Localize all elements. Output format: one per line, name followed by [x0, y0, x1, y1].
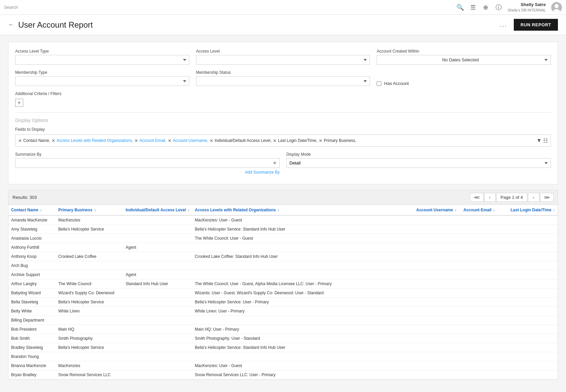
cell-last_login — [508, 307, 558, 316]
cell-primary_business — [56, 243, 123, 252]
membership-status-select[interactable] — [196, 76, 370, 86]
svg-point-1 — [555, 4, 559, 8]
col-header-primary-business[interactable]: Primary Business ↕ — [56, 205, 123, 215]
access-level-label: Access Level — [196, 49, 370, 54]
col-header-account-username[interactable]: Account Username ↕ — [414, 205, 461, 215]
field-tag-account-email: ✕ Account Email, — [134, 138, 166, 143]
search-icon[interactable]: 🔍 — [457, 4, 464, 11]
cell-contact_name: Babydog Wizard — [8, 289, 56, 298]
cell-last_login — [508, 343, 558, 352]
more-options-button[interactable]: ... — [497, 20, 510, 30]
cell-primary_business: The White Council — [56, 279, 123, 289]
cell-last_login — [508, 234, 558, 243]
first-page-button[interactable]: ⋘ — [470, 193, 483, 202]
pagination: ⋘ ‹ Page 1 of 4 › ⋙ — [470, 193, 554, 202]
col-header-contact-name[interactable]: Contact Name ↕ — [8, 205, 56, 215]
page-header-left: ← User Account Report — [8, 20, 93, 30]
table-header-row: Contact Name ↕ Primary Business ↕ Indivi… — [8, 205, 558, 215]
cell-last_login — [508, 215, 558, 225]
cell-last_login — [508, 261, 558, 270]
display-mode-select[interactable]: Detail Summary — [286, 158, 551, 168]
cell-primary_business: MacKenzies — [56, 215, 123, 225]
access-level-type-select[interactable] — [15, 55, 189, 65]
cell-contact_name: Arthur Langtry — [8, 279, 56, 289]
search-label[interactable]: Search — [4, 5, 454, 10]
user-name: Shelly Satre — [521, 2, 546, 8]
add-summarize-link[interactable]: Add Summarize By — [15, 170, 280, 175]
summarize-clear-button[interactable]: ✕ — [270, 158, 280, 168]
remove-contact-icon[interactable]: ✕ — [18, 138, 22, 143]
add-circle-icon[interactable]: ⊕ — [482, 4, 490, 11]
cell-access_levels_related: The White Council: User - Guest — [192, 234, 413, 243]
access-level-type-label: Access Level Type — [15, 49, 189, 54]
list-icon[interactable]: ☰ — [469, 4, 477, 11]
table-row: Arthur LangtryThe White CouncilStandard … — [8, 279, 558, 289]
cell-contact_name: Billing Department — [8, 316, 56, 325]
cell-account_username — [414, 298, 461, 307]
cell-account_email — [461, 361, 508, 370]
cell-last_login — [508, 316, 558, 325]
field-label-account-email: Account Email, — [139, 138, 166, 143]
remove-primary-business-icon[interactable]: ✕ — [319, 138, 322, 143]
filter-panel: Access Level Type Access Level Account C… — [8, 42, 558, 184]
cell-contact_name: Anthony Koop — [8, 252, 56, 261]
membership-type-select[interactable] — [15, 76, 189, 86]
account-created-within-select[interactable]: No Dates Selected — [377, 55, 551, 65]
remove-account-username-icon[interactable]: ✕ — [168, 138, 171, 143]
user-info: Shelly Satre Shelly's DB INTERNAL — [508, 2, 546, 12]
cell-account_email — [461, 252, 508, 261]
prev-page-button[interactable]: ‹ — [484, 193, 496, 202]
run-report-button[interactable]: RUN REPORT — [514, 19, 558, 31]
remove-account-email-icon[interactable]: ✕ — [134, 138, 138, 143]
next-page-button[interactable]: › — [528, 193, 539, 202]
cell-individual_access: Agent — [123, 243, 192, 252]
user-sub: Shelly's DB INTERNAL — [508, 8, 546, 12]
cell-account_username — [414, 343, 461, 352]
back-button[interactable]: ← — [8, 21, 14, 28]
col-header-access-related[interactable]: Access Levels with Related Organizations… — [192, 205, 413, 215]
cell-account_username — [414, 352, 461, 361]
field-tag-contact: ✕ Contact Name, — [18, 138, 50, 143]
help-icon[interactable]: ⓘ — [495, 4, 502, 11]
add-criteria-button[interactable]: + — [15, 99, 23, 107]
cell-last_login — [508, 289, 558, 298]
cell-primary_business: Bella's Helicopter Service — [56, 298, 123, 307]
table-row: Anthony ForthillAgent — [8, 243, 558, 252]
remove-last-login-icon[interactable]: ✕ — [273, 138, 277, 143]
cell-account_username — [414, 215, 461, 225]
remove-access-related-icon[interactable]: ✕ — [52, 138, 55, 143]
cell-account_email — [461, 370, 508, 380]
remove-individual-access-icon[interactable]: ✕ — [210, 138, 213, 143]
field-label-individual-access: Individual/Default Access Level, — [215, 138, 272, 143]
last-page-button[interactable]: ⋙ — [540, 193, 554, 202]
avatar[interactable] — [551, 2, 562, 13]
cell-account_email — [461, 289, 508, 298]
summarize-by-input[interactable] — [15, 158, 270, 168]
table-row: Anthony KoopCrooked Lake CoffeeCrooked L… — [8, 252, 558, 261]
cell-access_levels_related: Bella's Helicopter Service: Standard Inf… — [192, 225, 413, 234]
cell-access_levels_related: The White Council: User - Guest, Alpha M… — [192, 279, 413, 289]
access-level-select[interactable] — [196, 55, 370, 65]
cell-access_levels_related: Main HQ: User - Primary — [192, 325, 413, 334]
col-header-individual-access[interactable]: Individual/Default Access Level ↕ — [123, 205, 192, 215]
summarize-by-group: Summarize By ✕ Add Summarize By — [15, 152, 280, 175]
cell-individual_access — [123, 234, 192, 243]
fields-grid-button[interactable]: ☷ — [543, 138, 548, 144]
has-account-checkbox-group: Has Account — [377, 73, 551, 86]
has-account-checkbox[interactable] — [377, 81, 381, 86]
cell-last_login — [508, 298, 558, 307]
cell-access_levels_related: Crooked Lake Coffee: Standard Info Hub U… — [192, 252, 413, 261]
col-header-account-email[interactable]: Account Email ↕ — [461, 205, 508, 215]
cell-individual_access — [123, 307, 192, 316]
display-mode-group: Display Mode Detail Summary — [286, 152, 551, 168]
cell-contact_name: Brandon Young — [8, 352, 56, 361]
cell-account_username — [414, 325, 461, 334]
has-account-label: Has Account — [384, 81, 409, 86]
cell-account_username — [414, 270, 461, 279]
cell-contact_name: Bella Staveteig — [8, 298, 56, 307]
cell-account_email — [461, 352, 508, 361]
cell-access_levels_related — [192, 352, 413, 361]
table-row: Brianna MacKenzieMacKenziesMacKenzies: U… — [8, 361, 558, 370]
col-header-last-login[interactable]: Last Login Date/Time ↕ — [508, 205, 558, 215]
fields-dropdown-button[interactable]: ▼ — [536, 138, 542, 144]
